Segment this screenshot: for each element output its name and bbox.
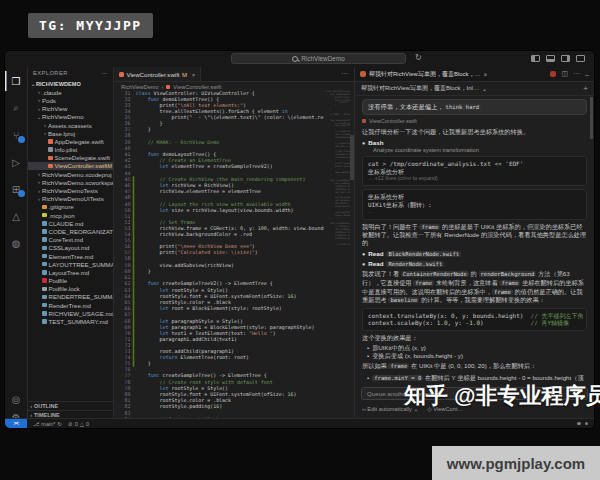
toggle-sidebar-icon[interactable] <box>531 55 540 62</box>
explorer-item--mcp-json[interactable]: .mcp.json <box>28 211 113 219</box>
explorer-item--claude[interactable]: ›.claude <box>28 88 113 96</box>
explorer-item-podfile-lock[interactable]: Podfile.lock <box>28 285 113 293</box>
explorer-more-icon[interactable]: ⋯ <box>102 70 108 76</box>
explorer-item-richviewdemotests[interactable]: ›RichViewDemoTests <box>28 186 113 194</box>
explorer-item-viewcontroller-swift[interactable]: ViewController.swiftM <box>28 162 113 170</box>
panel-outline[interactable]: ›OUTLINE <box>28 401 113 410</box>
line-content: print("Calculated size: \(size)") <box>136 250 258 256</box>
assistant-paragraph: 所以如果 frame 在 UIKit 中是 (0, 0, 100, 20)，那么… <box>362 362 587 371</box>
remote-indicator[interactable]: >< <box>5 419 27 428</box>
explorer-item-richviewdemo[interactable]: ⌄RICHVIEWDEMO <box>28 80 113 88</box>
explorer-item-pods[interactable]: ›Pods <box>28 96 113 104</box>
explorer-item-richviewdemo-xcodeproj[interactable]: ›RichViewDemo.xcodeproj <box>28 170 113 178</box>
editor-actions-more-icon[interactable]: ⋯ <box>335 70 354 78</box>
extensions-icon[interactable]: ⊞ <box>5 179 27 199</box>
item-label: LayoutTree.md <box>49 269 90 276</box>
chat-tab-close-icon[interactable]: × <box>484 71 488 78</box>
code-editor[interactable]: 31class ViewController: UIViewController… <box>114 90 324 419</box>
minimap[interactable]: class ViewController: UIViewController {… <box>325 90 350 419</box>
testing-icon[interactable]: △ <box>5 206 27 226</box>
explorer-item-layouttree-summary-md[interactable]: LAYOUTTREE_SUMMARY.md <box>28 260 113 268</box>
explorer-item-elementtree-md[interactable]: ElementTree.md <box>28 252 113 260</box>
explorer-item-rendertree-summary-md[interactable]: RENDERTREE_SUMMARY.md <box>28 293 113 301</box>
explorer-item-richview-usage-md[interactable]: RICHVIEW_USAGE.md <box>28 309 113 317</box>
explorer-item-layouttree-md[interactable]: LayoutTree.md <box>28 268 113 276</box>
tool-detail: Analyze coordinate system transformation <box>373 147 587 153</box>
chat-scrollbar[interactable] <box>590 97 593 139</box>
tab-viewcontroller-swift[interactable]: ViewController.swift M × <box>114 67 201 81</box>
md-file-icon <box>42 311 47 316</box>
chat-tab-title[interactable]: 帮我针对RichView写单测，覆盖Block，… <box>369 70 481 79</box>
explorer-item-coretext-md[interactable]: CoreText.md <box>28 236 113 244</box>
explorer-sidebar: EXPLORER ⋯ ⌄RICHVIEWDEMO›.claude›Pods›Ri… <box>28 67 114 419</box>
panel-more-icon[interactable]: ⋯ <box>573 70 580 78</box>
breadcrumb-file[interactable]: ViewController.swift <box>173 84 221 90</box>
explorer-item-assets-xcassets[interactable]: ›Assets.xcassets <box>28 121 113 129</box>
tool-name: Read <box>368 250 383 257</box>
explorer-item-richviewdemo[interactable]: ⌄RichViewDemo <box>28 113 113 121</box>
git-branch-status[interactable]: ⎇ main* ↻ <box>33 421 62 427</box>
tool-call-read: ●ReadRenderNode.swift <box>362 260 587 267</box>
line-content: richView.elementTree = elementTree <box>136 188 261 194</box>
json-file-icon <box>42 213 47 218</box>
breadcrumb-project[interactable]: RichViewDemo <box>121 84 159 90</box>
chat-tab-bar: 帮我针对RichView写单测，覆盖Block，… × ◫ ⋯ – <box>355 67 594 82</box>
customize-layout-icon[interactable] <box>576 55 585 62</box>
minimize-icon[interactable]: – <box>585 71 589 78</box>
explorer-icon[interactable]: ❐ <box>5 71 27 91</box>
problems-status[interactable]: ⊘ 0 △ 0 <box>68 421 89 427</box>
explorer-item-scenedelegate-swift[interactable]: SceneDelegate.swift <box>28 154 113 162</box>
item-label: TEST_SUMMARY.md <box>49 318 108 325</box>
list-item: •变换后变成 (x, bounds.height - y) <box>367 352 587 360</box>
run-debug-icon[interactable]: ▷ <box>5 152 27 172</box>
context-file-reference[interactable]: ViewController.swift <box>362 118 587 124</box>
swift-file-icon <box>362 119 366 123</box>
explorer-item-appdelegate-swift[interactable]: AppDelegate.swift <box>28 137 113 145</box>
swift-file-icon <box>119 72 124 77</box>
item-label: RichView <box>42 105 67 112</box>
explorer-item-info-plist[interactable]: Info.plist <box>28 146 113 154</box>
tool-call-bash: ●Bash <box>362 139 587 146</box>
collapsed-lines-hint[interactable]: … +12 lines (ctrl+r to expand) <box>368 175 581 182</box>
sync-icon: ↻ <box>57 421 62 427</box>
collapsed-lines-hint[interactable]: … <box>368 208 581 215</box>
line-content: paragraph1.addChild(text1) <box>136 336 237 342</box>
item-label: .claude <box>42 89 62 96</box>
editor-scrollbar[interactable] <box>350 135 354 180</box>
record-icon[interactable] <box>550 71 556 77</box>
new-chat-icon[interactable]: + <box>583 84 588 93</box>
explorer-item-csslayout-md[interactable]: CSSLayout.md <box>28 244 113 252</box>
explorer-item-claude-md[interactable]: CLAUDE.md <box>28 219 113 227</box>
tool-call-read: ●ReadBlockRenderNode.swift <box>362 250 587 257</box>
item-label: CLAUDE.md <box>49 220 84 227</box>
split-editor-icon[interactable]: ◫ <box>561 70 568 78</box>
notification-icon[interactable] <box>577 422 581 426</box>
explorer-item-code-reorganization-md[interactable]: CODE_REORGANIZATION.md <box>28 227 113 235</box>
chat-session-selector[interactable]: 帮我针对RichView写单测，覆盖Block，Inl… ⌄ + <box>355 82 594 96</box>
breadcrumb-separator: › <box>162 84 164 90</box>
claude-icon <box>360 71 366 77</box>
explorer-item-base-lproj[interactable]: ›Base.lproj <box>28 129 113 137</box>
toggle-secondary-sidebar-icon[interactable] <box>561 55 570 62</box>
command-center-search[interactable]: RichViewDemo <box>231 53 406 64</box>
md-file-icon <box>42 246 47 251</box>
item-label: CoreText.md <box>49 236 84 243</box>
search-icon[interactable]: ⌕ <box>5 98 27 118</box>
account-icon[interactable]: ◎ <box>5 389 27 409</box>
tab-close-icon[interactable]: × <box>192 71 196 78</box>
tool-bullet-icon: ● <box>362 140 365 146</box>
explorer-item--gitignore[interactable]: .gitignore <box>28 203 113 211</box>
explorer-item-rendertree-md[interactable]: RenderTree.md <box>28 301 113 309</box>
explorer-item-richviewdemo-xcworkspa-[interactable]: ›RichViewDemo.xcworkspa… <box>28 178 113 186</box>
refresh-icon[interactable]: ↻ <box>415 53 422 62</box>
source-control-icon[interactable]: ⑂ <box>5 125 27 145</box>
explorer-item-richview[interactable]: ›RichView <box>28 105 113 113</box>
toggle-panel-icon[interactable] <box>546 55 555 62</box>
feedback-icon[interactable] <box>585 422 589 426</box>
remote-explorer-icon[interactable]: ◍ <box>5 233 27 253</box>
explorer-item-richviewdemouitests[interactable]: ›RichViewDemoUITests <box>28 195 113 203</box>
explorer-item-test-summary-md[interactable]: TEST_SUMMARY.md <box>28 317 113 325</box>
tab-label: ViewController.swift <box>127 71 180 78</box>
explorer-item-podfile[interactable]: Podfile <box>28 277 113 285</box>
status-bar: >< ⎇ main* ↻ ⊘ 0 △ 0 <box>5 418 594 428</box>
